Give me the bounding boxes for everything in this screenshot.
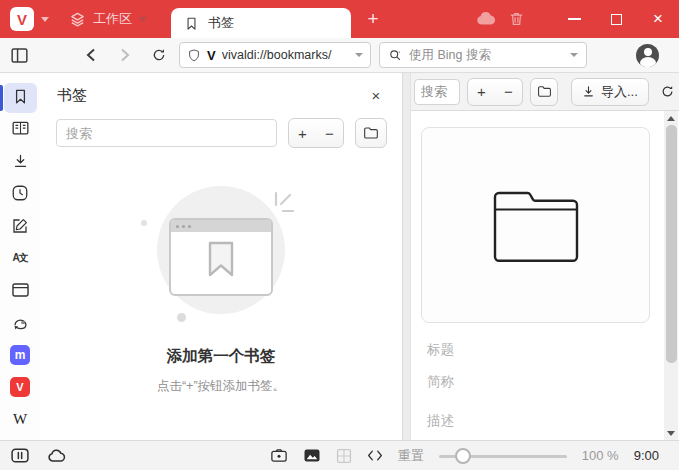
titlebar: V 工作区 书签 +	[0, 0, 679, 38]
import-button[interactable]: 导入...	[571, 78, 649, 106]
add-bookmark-button[interactable]: +	[468, 79, 495, 105]
add-remove-group: + −	[288, 118, 344, 148]
tiles-icon	[336, 448, 352, 464]
navigation-bar: V	[0, 38, 679, 73]
address-field[interactable]: V	[179, 42, 371, 68]
page-actions-button[interactable]	[367, 449, 383, 462]
new-folder-button[interactable]	[530, 78, 558, 106]
workspace-label: 工作区	[93, 10, 132, 28]
capture-page-button[interactable]	[270, 448, 288, 463]
chevron-down-icon[interactable]	[355, 53, 363, 57]
workspaces-icon	[69, 11, 86, 28]
url-input[interactable]	[222, 48, 349, 62]
site-badge-icon: V	[207, 48, 216, 63]
break-mode-button[interactable]	[10, 447, 30, 464]
remove-bookmark-button[interactable]: −	[316, 119, 343, 147]
panel-toggle-button[interactable]	[10, 47, 29, 64]
nickname-field[interactable]	[427, 371, 649, 391]
reload-button[interactable]	[151, 47, 167, 63]
sidebar-item-sessions[interactable]	[0, 311, 40, 334]
sync-status-button[interactable]	[46, 448, 68, 464]
window-controls: ×	[553, 0, 679, 38]
code-icon	[367, 449, 383, 462]
sparkle-icon	[272, 188, 298, 216]
session-loop-icon	[11, 314, 30, 331]
folder-icon	[537, 85, 552, 98]
window-icon	[11, 282, 30, 298]
avatar-icon	[644, 48, 652, 56]
sidebar-item-bookmarks[interactable]	[0, 85, 40, 108]
sidebar-item-history[interactable]	[0, 182, 40, 205]
vivaldi-browser-window: V 工作区 书签 +	[0, 0, 679, 470]
image-icon	[303, 448, 321, 463]
sync-cloud-button[interactable]	[474, 7, 498, 31]
folder-icon	[363, 126, 379, 140]
empty-state: 添加第一个书签 点击“+”按钮添加书签。	[40, 148, 402, 395]
clock[interactable]: 9:00	[634, 448, 659, 463]
scroll-up-button[interactable]	[664, 112, 678, 124]
bookmark-editor-fields	[427, 339, 649, 430]
remove-bookmark-button[interactable]: −	[495, 79, 522, 105]
zoom-reset-button[interactable]: 重置	[398, 447, 424, 465]
add-bookmark-button[interactable]: +	[289, 119, 316, 147]
bookmark-ribbon-icon	[208, 241, 234, 277]
title-field[interactable]	[427, 339, 649, 359]
scrollbar-thumb[interactable]	[666, 125, 677, 363]
new-tab-button[interactable]: +	[360, 6, 386, 32]
close-button[interactable]: ×	[637, 0, 679, 38]
zoom-slider[interactable]	[439, 448, 567, 464]
more-button[interactable]: 更	[660, 83, 679, 101]
maximize-button[interactable]	[595, 0, 637, 38]
slider-handle[interactable]	[455, 448, 471, 464]
sidebar-item-mastodon[interactable]: m	[0, 343, 40, 366]
panel-sidebar: A文 m V W	[0, 73, 40, 440]
camera-icon	[270, 448, 288, 463]
panel-resize-handle[interactable]	[403, 73, 411, 440]
minimize-button[interactable]	[553, 0, 595, 38]
triangle-up-icon	[667, 116, 675, 121]
search-field[interactable]	[379, 42, 587, 68]
close-panel-button[interactable]: ×	[366, 87, 386, 104]
vivaldi-menu-button[interactable]: V	[10, 7, 49, 31]
description-field[interactable]	[427, 410, 649, 430]
vivaldi-icon: V	[10, 377, 30, 397]
sidebar-item-reading-list[interactable]	[0, 117, 40, 140]
workspace-switcher-button[interactable]: 工作区	[69, 10, 147, 28]
new-folder-button[interactable]	[355, 118, 387, 148]
scrollbar[interactable]	[664, 111, 678, 440]
add-remove-group: + −	[467, 78, 523, 106]
page-tiling-button[interactable]	[336, 448, 352, 464]
wikipedia-icon: W	[13, 411, 27, 428]
chevron-down-icon	[41, 17, 49, 22]
bookmark-search-input[interactable]	[56, 119, 277, 147]
sidebar-item-translate[interactable]: A文	[0, 246, 40, 269]
status-bar: 重置 100 % 9:00	[0, 440, 679, 470]
triangle-down-icon	[667, 431, 675, 436]
zoom-value: 100 %	[582, 448, 619, 463]
search-input[interactable]	[409, 48, 564, 62]
sidebar-item-downloads[interactable]	[0, 150, 40, 173]
sidebar-item-windows[interactable]	[0, 279, 40, 302]
toggle-images-button[interactable]	[303, 448, 321, 463]
reload-icon	[151, 47, 167, 63]
bookmarks-toolbar: + − 导入...	[411, 73, 679, 111]
scroll-down-button[interactable]	[664, 427, 678, 439]
chevron-down-icon[interactable]	[570, 53, 578, 57]
profile-button[interactable]	[636, 44, 659, 67]
shield-icon[interactable]	[187, 48, 201, 63]
search-icon	[388, 48, 403, 63]
forward-button[interactable]	[119, 48, 131, 62]
empty-state-hint: 点击“+”按钮添加书签。	[40, 378, 402, 395]
thumbnail-card	[421, 127, 650, 323]
manager-search-input[interactable]	[414, 79, 460, 105]
sidebar-item-wikipedia[interactable]: W	[0, 408, 40, 431]
sidebar-item-notes[interactable]	[0, 214, 40, 237]
browser-window-illustration	[169, 218, 273, 296]
trash-icon	[508, 10, 525, 28]
sidebar-item-vivaldi-webpanel[interactable]: V	[0, 375, 40, 398]
tab-bookmarks[interactable]: 书签	[171, 8, 351, 38]
empty-state-heading: 添加第一个书签	[40, 346, 402, 367]
panel-title: 书签	[57, 86, 87, 105]
back-button[interactable]	[85, 48, 97, 62]
closed-tabs-button[interactable]	[508, 10, 525, 28]
